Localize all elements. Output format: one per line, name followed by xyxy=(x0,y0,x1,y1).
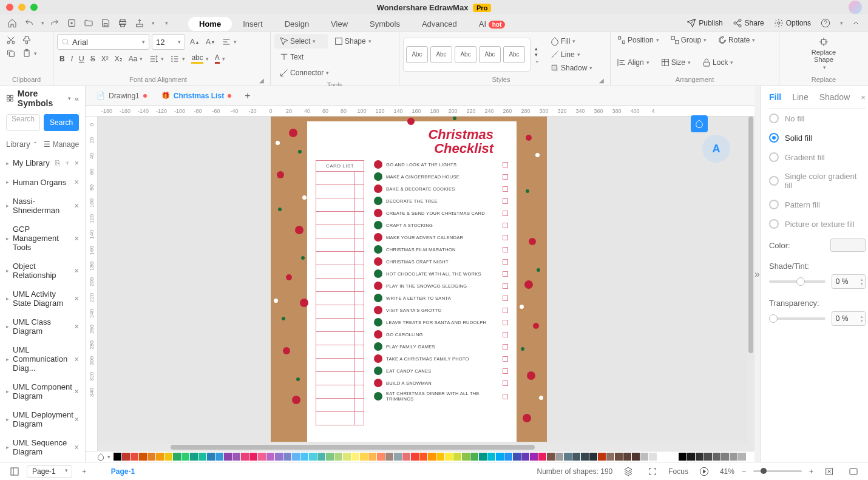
open-file-icon[interactable] xyxy=(80,15,97,32)
palette-color[interactable] xyxy=(640,453,648,461)
palette-color[interactable] xyxy=(445,453,453,461)
cut-button[interactable] xyxy=(4,34,18,46)
layers-icon[interactable] xyxy=(620,463,637,480)
palette-color[interactable] xyxy=(300,453,308,461)
page-layout-icon[interactable] xyxy=(6,463,23,480)
transparency-value[interactable]: 0 % xyxy=(832,311,866,326)
palette-color[interactable] xyxy=(547,453,555,461)
palette-color[interactable] xyxy=(419,453,427,461)
library-item-my-library[interactable]: ▸ My Library ⎘ + × xyxy=(0,154,85,172)
remove-category-icon[interactable]: × xyxy=(74,294,79,303)
checkbox[interactable] xyxy=(503,344,508,350)
minimize-window-button[interactable] xyxy=(18,4,25,11)
checkbox[interactable] xyxy=(503,296,508,301)
palette-color[interactable] xyxy=(385,453,393,461)
menu-tab-insert[interactable]: Insert xyxy=(232,17,274,31)
palette-color[interactable] xyxy=(249,453,257,461)
checkbox[interactable] xyxy=(503,198,508,204)
library-category-item[interactable]: ▸UML Activity State Diagram× xyxy=(0,285,85,313)
format-painter-button[interactable] xyxy=(19,34,39,46)
menu-tab-advanced[interactable]: Advanced xyxy=(411,17,468,31)
card-list-row[interactable] xyxy=(316,412,364,425)
font-dialog-launcher[interactable]: ◢ xyxy=(259,77,266,84)
font-size-select[interactable]: 12▾ xyxy=(152,34,185,50)
remove-category-icon[interactable]: × xyxy=(74,266,79,275)
expand-right-tabs-icon[interactable]: » xyxy=(754,86,760,462)
fullscreen-icon[interactable] xyxy=(845,463,862,480)
presentation-icon[interactable] xyxy=(696,463,713,480)
remove-library-icon[interactable]: × xyxy=(74,158,79,167)
checkbox[interactable] xyxy=(503,162,508,167)
palette-color[interactable] xyxy=(232,453,240,461)
palette-color[interactable] xyxy=(564,453,572,461)
transparency-slider[interactable] xyxy=(769,317,826,320)
zoom-out-button[interactable]: − xyxy=(742,467,746,476)
checklist-item[interactable]: LEAVE TREATS FOR SANTA AND RUDOLPH xyxy=(374,318,508,326)
card-list-row[interactable] xyxy=(316,399,364,412)
palette-color[interactable] xyxy=(657,453,665,461)
checkbox[interactable] xyxy=(503,283,508,289)
palette-color[interactable] xyxy=(462,453,470,461)
style-swatch[interactable]: Abc xyxy=(430,46,452,63)
fill-option[interactable]: Solid fill xyxy=(769,128,866,147)
expand-icon[interactable]: ▸ xyxy=(6,323,9,330)
card-list-row[interactable] xyxy=(316,172,364,185)
gallery-up-icon[interactable]: ▴ xyxy=(533,46,541,52)
redo-icon[interactable] xyxy=(46,15,63,32)
expand-icon[interactable]: ▸ xyxy=(6,235,9,242)
checklist-item[interactable]: MAKE YOUR ADVENT CALENDAR xyxy=(374,233,508,242)
qat-customize-dropdown[interactable] xyxy=(161,15,170,32)
bullet-list-dropdown[interactable] xyxy=(168,53,188,65)
checkbox[interactable] xyxy=(503,223,508,228)
color-swatch[interactable] xyxy=(830,238,866,252)
home-icon[interactable] xyxy=(4,15,21,32)
palette-color[interactable] xyxy=(266,453,274,461)
palette-color[interactable] xyxy=(131,453,138,461)
library-category-item[interactable]: ▸UML Use Case Diagram× xyxy=(0,461,85,462)
palette-color[interactable] xyxy=(721,453,729,461)
palette-color[interactable] xyxy=(606,453,614,461)
style-swatch[interactable]: Abc xyxy=(455,46,476,63)
underline-button[interactable]: U xyxy=(76,53,87,64)
card-list-row[interactable] xyxy=(316,198,364,212)
expand-icon[interactable]: ▸ xyxy=(6,268,9,274)
gallery-down-icon[interactable]: ▾ xyxy=(533,52,541,58)
style-gallery[interactable]: Abc Abc Abc Abc Abc xyxy=(403,38,531,72)
search-input[interactable]: Search xyxy=(6,114,40,131)
checklist-item[interactable]: WRITE A LETTER TO SANTA xyxy=(374,294,508,302)
checkbox[interactable] xyxy=(503,186,508,192)
expand-icon[interactable]: ▸ xyxy=(6,356,9,362)
library-category-item[interactable]: ▸Human Organs× xyxy=(0,172,85,192)
document-tab[interactable]: 🎁Christmas List xyxy=(155,89,237,103)
palette-color[interactable] xyxy=(504,453,512,461)
palette-color[interactable] xyxy=(164,453,172,461)
library-category-item[interactable]: ▸UML Class Diagram× xyxy=(0,313,85,340)
palette-color[interactable] xyxy=(713,453,721,461)
options-button[interactable]: Options xyxy=(770,17,815,29)
expand-icon[interactable]: ▸ xyxy=(6,179,9,185)
checklist-item[interactable]: BUILD A SNOWMAN xyxy=(374,379,508,387)
checklist-item[interactable]: DECORATE THE TREE xyxy=(374,197,508,205)
maximize-window-button[interactable] xyxy=(30,4,38,11)
shade-tint-slider[interactable] xyxy=(769,280,826,283)
palette-color[interactable] xyxy=(317,453,325,461)
checklist-item[interactable]: EAT CANDY CANES xyxy=(374,367,508,375)
fill-tool-icon[interactable] xyxy=(691,115,708,132)
card-list-row[interactable] xyxy=(316,279,364,292)
checkbox[interactable] xyxy=(503,247,508,252)
fit-page-icon[interactable] xyxy=(821,463,838,480)
card-list-row[interactable] xyxy=(316,305,364,319)
palette-color[interactable] xyxy=(453,453,461,461)
card-list-row[interactable] xyxy=(316,332,364,345)
help-dropdown[interactable] xyxy=(836,15,845,32)
format-tab-line[interactable]: Line xyxy=(792,92,808,102)
expand-icon[interactable]: ▸ xyxy=(6,416,9,422)
text-tool-button[interactable]: Text xyxy=(274,50,328,64)
card-list-row[interactable] xyxy=(316,359,364,372)
card-list-row[interactable] xyxy=(316,385,364,399)
checklist-item[interactable]: PLAY FAMILY GAMES xyxy=(374,342,508,351)
palette-color[interactable] xyxy=(623,453,631,461)
menu-tab-symbols[interactable]: Symbols xyxy=(359,17,411,31)
palette-color[interactable] xyxy=(479,453,487,461)
focus-label[interactable]: Focus xyxy=(668,467,688,476)
